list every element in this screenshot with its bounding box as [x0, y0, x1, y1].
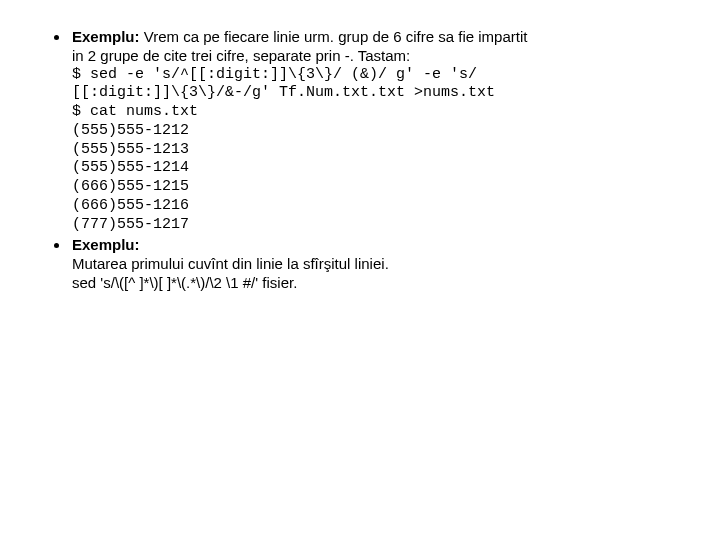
example-1-intro-part2: in 2 grupe de cite trei cifre, separate … [72, 47, 684, 66]
example-1-code-3: (555)555-1212 [72, 122, 684, 141]
example-1-code-1: [[:digit:]]\{3\}/&-/g' Tf.Num.txt.txt >n… [72, 84, 684, 103]
example-1-code-8: (777)555-1217 [72, 216, 684, 235]
example-2-body-1: sed 's/\([^ ]*\)[ ]*\(.*\)/\2 \1 #/' fis… [72, 274, 684, 293]
example-1-code-7: (666)555-1216 [72, 197, 684, 216]
example-1-code-0: $ sed -e 's/^[[:digit:]]\{3\}/ (&)/ g' -… [72, 66, 684, 85]
example-2-label: Exemplu: [72, 236, 140, 253]
bullet-list: Exemplu: Vrem ca pe fiecare linie urm. g… [36, 28, 684, 293]
example-1-intro-part1: Vrem ca pe fiecare linie urm. grup de 6 … [140, 28, 528, 45]
example-1: Exemplu: Vrem ca pe fiecare linie urm. g… [70, 28, 684, 234]
example-1-code-5: (555)555-1214 [72, 159, 684, 178]
example-2: Exemplu: Mutarea primului cuvînt din lin… [70, 236, 684, 292]
document-page: Exemplu: Vrem ca pe fiecare linie urm. g… [0, 0, 720, 323]
example-1-code-2: $ cat nums.txt [72, 103, 684, 122]
example-1-code-6: (666)555-1215 [72, 178, 684, 197]
example-1-code-4: (555)555-1213 [72, 141, 684, 160]
example-2-body-0: Mutarea primului cuvînt din linie la sfî… [72, 255, 684, 274]
example-1-label: Exemplu: [72, 28, 140, 45]
